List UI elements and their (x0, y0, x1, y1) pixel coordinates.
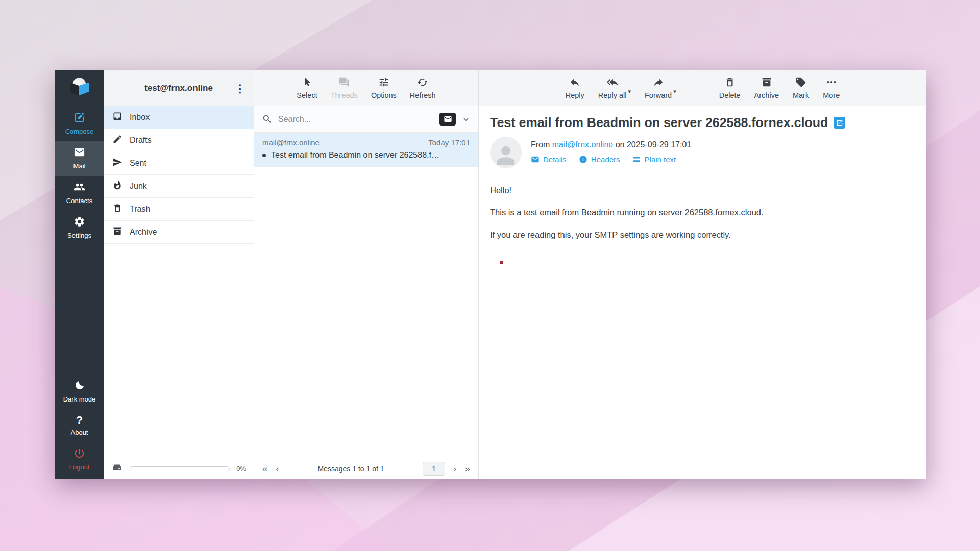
reply-all-caret-icon[interactable]: ▾ (628, 88, 631, 95)
desktop-background: Compose Mail Contacts Settings (0, 0, 980, 551)
forward-button[interactable]: Forward (645, 77, 672, 99)
moon-icon (74, 380, 85, 393)
search-bar (254, 106, 478, 133)
blocked-image-dot (500, 261, 503, 264)
sender-avatar (490, 137, 522, 168)
folder-item-sent[interactable]: Sent (104, 152, 254, 175)
reply-all-button[interactable]: Reply all (598, 77, 627, 99)
headers-info-icon (579, 155, 587, 164)
sidebar-item-label: Dark mode (63, 395, 96, 403)
details-mail-icon (531, 155, 540, 164)
search-input[interactable] (278, 115, 434, 124)
headers-link[interactable]: Headers (579, 155, 620, 164)
pagination-status: Messages 1 to 1 of 1 (287, 465, 414, 473)
account-header: test@frnx.online ⋮ (104, 70, 254, 106)
sidebar-item-label: Contacts (66, 197, 92, 205)
plain-text-link[interactable]: Plain text (632, 155, 676, 164)
sidebar-item-label: Settings (67, 232, 91, 239)
folder-label: Junk (130, 182, 147, 191)
forward-group: Forward ▾ (645, 77, 676, 99)
page-number-input[interactable] (423, 462, 445, 476)
forward-caret-icon[interactable]: ▾ (673, 88, 676, 95)
sidebar-item-about[interactable]: ? About (55, 409, 104, 442)
compose-icon (74, 112, 85, 125)
power-icon (74, 447, 85, 461)
search-icon (262, 114, 273, 124)
last-page-icon[interactable]: » (464, 464, 470, 473)
toolbar-label: Threads (331, 91, 358, 99)
archive-button[interactable]: Archive (754, 77, 779, 99)
more-button[interactable]: More (823, 77, 840, 99)
refresh-button[interactable]: Refresh (410, 77, 436, 99)
delete-button[interactable]: Delete (719, 77, 741, 99)
next-page-icon[interactable]: › (453, 464, 456, 473)
link-label: Headers (591, 155, 620, 164)
mark-button[interactable]: Mark (793, 77, 809, 99)
kebab-menu-icon[interactable]: ⋮ (235, 83, 246, 93)
details-link[interactable]: Details (531, 155, 567, 164)
toolbar-label: Options (371, 91, 397, 99)
sidebar-item-contacts[interactable]: Contacts (55, 176, 104, 210)
reply-icon (569, 77, 580, 89)
folders-column: test@frnx.online ⋮ Inbox Drafts Sent (104, 70, 254, 479)
message-subject-title: Test email from Beadmin on server 262588… (490, 115, 828, 130)
pencil-icon (112, 134, 122, 146)
toolbar-label: Refresh (410, 91, 436, 99)
folder-label: Drafts (130, 136, 152, 145)
external-link-icon[interactable] (834, 117, 845, 129)
mail-icon (74, 146, 85, 160)
sidebar-item-dark-mode[interactable]: Dark mode (55, 374, 104, 409)
person-icon (493, 142, 519, 168)
first-page-icon[interactable]: « (262, 464, 268, 473)
search-scope-mail-icon[interactable] (439, 113, 456, 126)
message-content-column: Reply Reply all ▾ Forward ▾ (479, 70, 926, 479)
question-icon: ? (76, 414, 83, 426)
logo-icon (67, 75, 92, 102)
select-pointer-icon (302, 77, 313, 89)
archive-icon (112, 226, 122, 238)
options-button[interactable]: Options (371, 77, 397, 99)
folder-label: Archive (130, 228, 157, 237)
quota-footer: 0% (104, 458, 254, 479)
chevron-down-icon[interactable] (461, 115, 471, 124)
link-label: Details (543, 155, 567, 164)
prev-page-icon[interactable]: ‹ (276, 464, 279, 473)
list-toolbar: Select Threads Options Refresh (254, 70, 478, 106)
folder-label: Inbox (130, 113, 150, 122)
sidebar-item-mail[interactable]: Mail (55, 141, 104, 176)
folder-item-trash[interactable]: Trash (104, 198, 254, 221)
message-list-item[interactable]: mail@frnx.online Today 17:01 Test email … (254, 133, 478, 167)
threads-button[interactable]: Threads (331, 77, 358, 99)
toolbar-label: Delete (719, 91, 741, 99)
toolbar-label: Forward (645, 91, 672, 99)
forward-icon (653, 77, 664, 89)
contacts-icon (74, 181, 85, 194)
folder-item-junk[interactable]: Junk (104, 175, 254, 198)
select-button[interactable]: Select (297, 77, 317, 99)
reply-button[interactable]: Reply (566, 77, 584, 99)
more-ellipsis-icon (826, 77, 837, 89)
folder-item-drafts[interactable]: Drafts (104, 129, 254, 152)
link-label: Plain text (645, 155, 676, 164)
toolbar-label: Archive (754, 91, 779, 99)
sidebar-item-label: Compose (65, 128, 94, 135)
sidebar-item-label: Logout (69, 463, 90, 471)
sidebar-item-logout[interactable]: Logout (55, 442, 104, 479)
sidebar-item-compose[interactable]: Compose (55, 106, 104, 141)
reply-all-group: Reply all ▾ (598, 77, 631, 99)
message-sender: mail@frnx.online (262, 138, 320, 147)
folder-item-archive[interactable]: Archive (104, 221, 254, 244)
sidebar-item-label: About (71, 429, 88, 436)
from-label: From (531, 140, 550, 149)
refresh-icon (417, 77, 428, 89)
message-subject: Test email from Beadmin on server 262588… (271, 151, 439, 160)
message-date: Today 17:01 (428, 138, 470, 147)
toolbar-label: Reply (566, 91, 584, 99)
trash-icon (112, 203, 122, 215)
sidebar-item-settings[interactable]: Settings (55, 210, 104, 245)
from-email-link[interactable]: mail@frnx.online (552, 140, 613, 149)
folder-item-inbox[interactable]: Inbox (104, 106, 254, 129)
options-sliders-icon (378, 77, 389, 89)
app-logo[interactable] (55, 70, 104, 106)
toolbar-label: Reply all (598, 91, 627, 99)
